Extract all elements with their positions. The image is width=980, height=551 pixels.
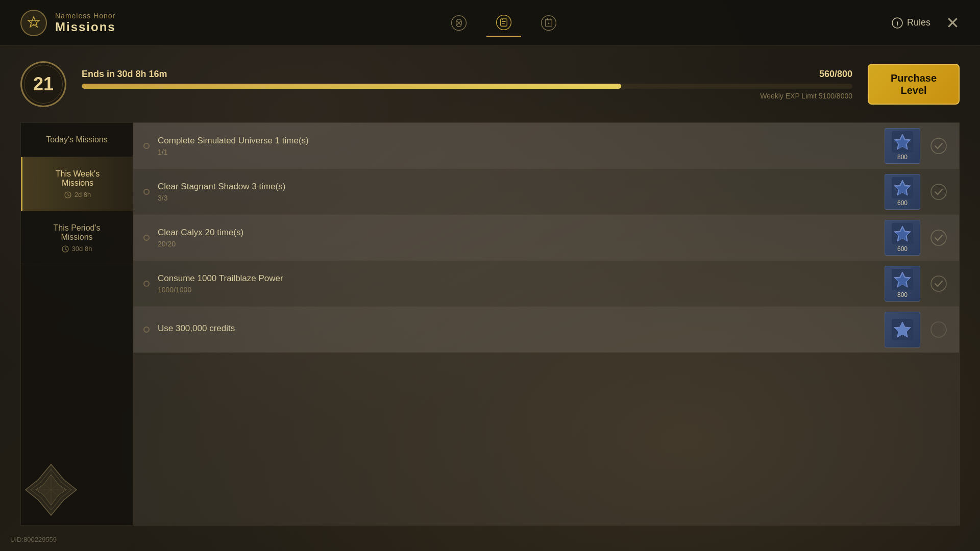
progress-bar-fill [82,84,621,89]
mission-reward: 800 [885,266,920,302]
mission-text: Complete Simulated Universe 1 time(s) 1/… [158,136,876,156]
header-bar: Nameless Honor Missions [0,0,980,46]
mission-reward-count: 800 [897,154,908,161]
progress-bar [82,84,852,89]
mission-item: Clear Stagnant Shadow 3 time(s) 3/3 600 [133,169,959,215]
svg-point-28 [931,322,946,337]
sidebar-week-time: 2d 8h [75,191,91,198]
mission-reward: 800 [885,128,920,164]
mission-bullet [143,189,150,195]
mission-progress: 3/3 [158,194,876,202]
mission-item: Consume 1000 Trailblaze Power 1000/1000 … [133,261,959,307]
gem-decoration [20,459,82,520]
mission-bullet [143,143,150,149]
mission-reward-count: 800 [897,291,908,298]
sidebar-item-week[interactable]: This Week'sMissions 2d 8h [21,157,133,211]
tab-missions[interactable] [486,9,521,37]
sidebar-week-label: This Week'sMissions [33,169,122,188]
exp-count: 560/800 [819,69,852,80]
mission-progress: 1000/1000 [158,286,876,294]
mission-reward [885,312,920,347]
nameless-honor-icon [20,10,47,36]
mission-reward-count: 600 [897,245,908,253]
mission-progress: 1/1 [158,148,876,156]
close-button[interactable]: ✕ [946,13,960,33]
svg-point-13 [931,138,946,154]
mission-progress: 20/20 [158,240,876,248]
mission-name: Clear Stagnant Shadow 3 time(s) [158,182,876,192]
sidebar-period-time: 30d 8h [72,245,92,253]
mission-name: Use 300,000 credits [158,323,876,334]
svg-point-2 [496,15,511,30]
mission-bullet [143,281,150,287]
tab-log[interactable] [531,10,566,36]
mission-text: Clear Stagnant Shadow 3 time(s) 3/3 [158,182,876,202]
mission-name: Complete Simulated Universe 1 time(s) [158,136,876,146]
main-content: 21 Ends in 30d 8h 16m 560/800 Weekly EXP… [0,46,980,551]
rules-button[interactable]: i Rules [892,17,930,29]
mission-check [928,273,949,294]
header-title-group: Nameless Honor Missions [55,12,116,34]
svg-point-21 [931,230,946,245]
svg-text:i: i [896,19,898,27]
mission-check [928,182,949,202]
mission-check [928,319,949,340]
svg-point-25 [931,276,946,291]
svg-point-5 [548,22,549,24]
sidebar-item-period[interactable]: This Period'sMissions 30d 8h [21,211,133,265]
header-left: Nameless Honor Missions [20,10,116,36]
ends-prefix: Ends in [82,69,115,79]
tab-rewards[interactable] [442,10,476,36]
progress-section: Ends in 30d 8h 16m 560/800 Weekly EXP Li… [82,69,852,100]
header-subtitle: Nameless Honor [55,12,116,20]
sidebar-item-today[interactable]: Today's Missions [21,123,133,157]
uid: UID:800229559 [10,536,57,543]
mission-item: Complete Simulated Universe 1 time(s) 1/… [133,123,959,169]
sidebar-period-label: This Period'sMissions [31,223,122,242]
sidebar-period-timer: 30d 8h [31,245,122,253]
level-number: 21 [33,73,54,95]
svg-rect-3 [501,18,507,26]
sidebar-week-timer: 2d 8h [33,191,122,198]
header-right: i Rules ✕ [892,13,960,33]
ends-in-label: Ends in 30d 8h 16m [82,69,167,80]
progress-top: Ends in 30d 8h 16m 560/800 [82,69,852,80]
mission-bullet [143,327,150,333]
mission-reward-count: 600 [897,199,908,207]
header-title: Missions [55,20,116,34]
mission-text: Consume 1000 Trailblaze Power 1000/1000 [158,273,876,294]
level-circle: 21 [20,61,66,107]
purchase-level-button[interactable]: PurchaseLevel [868,64,960,105]
mission-reward: 600 [885,174,920,210]
ends-time: 30d 8h 16m [117,69,167,79]
svg-point-17 [931,184,946,199]
body-layout: Today's Missions This Week'sMissions 2d … [20,122,960,525]
rules-label: Rules [907,17,930,28]
mission-item: Clear Calyx 20 time(s) 20/20 600 [133,215,959,261]
mission-check [928,136,949,156]
progress-row: 21 Ends in 30d 8h 16m 560/800 Weekly EXP… [20,61,960,107]
mission-text: Use 300,000 credits [158,323,876,336]
mission-text: Clear Calyx 20 time(s) 20/20 [158,228,876,248]
mission-name: Clear Calyx 20 time(s) [158,228,876,238]
mission-reward: 600 [885,220,920,256]
header-tabs [442,9,566,37]
mission-bullet [143,235,150,241]
mission-list[interactable]: Complete Simulated Universe 1 time(s) 1/… [133,122,960,525]
mission-check [928,228,949,248]
weekly-limit: Weekly EXP Limit 5100/8000 [82,92,852,100]
mission-item: Use 300,000 credits [133,307,959,353]
sidebar-today-label: Today's Missions [31,135,122,144]
mission-name: Consume 1000 Trailblaze Power [158,273,876,284]
